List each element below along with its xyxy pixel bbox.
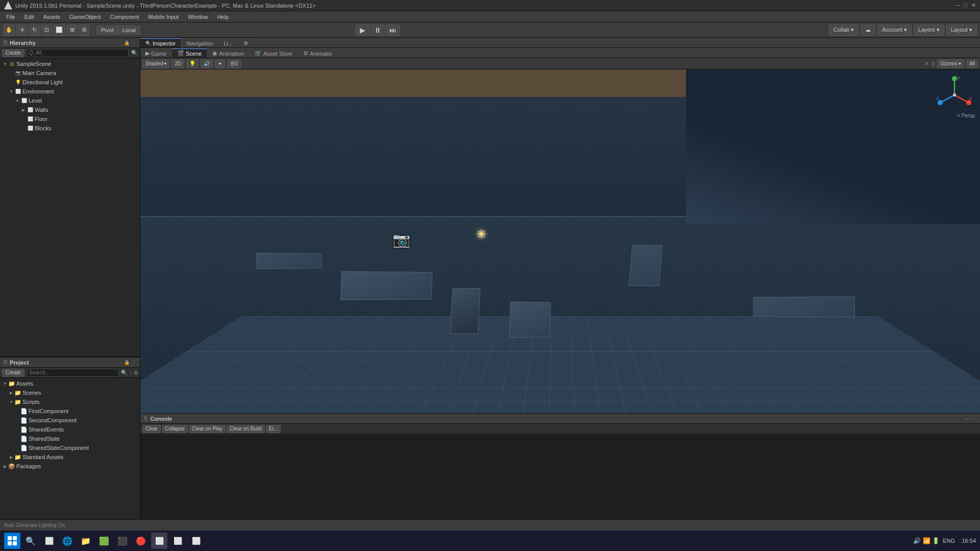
transform-all-btn[interactable]: ⊞ xyxy=(66,25,78,36)
start-btn[interactable] xyxy=(4,533,20,549)
hierarchy-content: ▼ ⊙ SampleScene ⋮ ▶ 📷 Main Camera ▶ 💡 Di… xyxy=(0,58,140,356)
collab-btn[interactable]: Collab ▾ xyxy=(829,25,859,36)
pause-btn[interactable]: ⏸ xyxy=(371,25,385,36)
taskbar-vs-btn[interactable]: ⬜ xyxy=(169,533,186,549)
menu-gameobject[interactable]: GameObject xyxy=(65,13,105,21)
project-layout-icon[interactable]: ⊞ xyxy=(134,370,138,375)
account-btn[interactable]: Account ▾ xyxy=(877,25,912,36)
project-create-btn[interactable]: Create xyxy=(2,369,24,377)
scene-toolbar-right: ✕ ⊡ Gizmos ▾ All xyxy=(925,59,978,68)
scene-view[interactable]: 📷 ✳ Y X xyxy=(140,69,980,413)
hierarchy-item-floor[interactable]: ▶ ⬜ Floor xyxy=(0,114,140,124)
rotate-tool-btn[interactable]: ↻ xyxy=(29,25,40,36)
menu-mobileinput[interactable]: Mobile Input xyxy=(144,13,183,21)
hierarchy-item-directionallight[interactable]: ▶ 💡 Directional Light xyxy=(0,78,140,87)
hierarchy-create-btn[interactable]: Create xyxy=(2,49,24,57)
layout-btn[interactable]: Layout ▾ xyxy=(946,25,977,36)
taskbar-unity-btn[interactable]: ⬜ xyxy=(151,533,167,549)
project-item-assets[interactable]: ▼ 📁 Assets xyxy=(0,379,140,388)
taskbar-app2-btn[interactable]: ⬛ xyxy=(114,533,131,549)
menu-component[interactable]: Component xyxy=(106,13,143,21)
taskbar-app3-btn[interactable]: 🔴 xyxy=(133,533,149,549)
project-lock-icon[interactable]: 🔒 xyxy=(124,360,130,366)
console-clear-btn[interactable]: Clear xyxy=(142,425,161,433)
search-all-btn[interactable]: All xyxy=(966,59,978,68)
menu-window[interactable]: Window xyxy=(184,13,212,21)
hierarchy-item-blocks[interactable]: ▶ ⬜ Blocks xyxy=(0,124,140,133)
hierarchy-item-environment[interactable]: ▼ ⬜ Environment xyxy=(0,87,140,96)
taskbar-app1-btn[interactable]: 🟩 xyxy=(96,533,112,549)
tab-inspector[interactable]: 🔍 Inspector xyxy=(140,38,181,47)
cloud-btn[interactable]: ☁ xyxy=(861,25,875,36)
minimize-window-btn[interactable]: ─ xyxy=(956,2,960,9)
hierarchy-item-maincamera[interactable]: ▶ 📷 Main Camera xyxy=(0,68,140,78)
tab-assetstore[interactable]: 🛒 Asset Store xyxy=(250,49,298,58)
project-sort-icon[interactable]: ↕ xyxy=(129,370,132,375)
tab-game[interactable]: ▶ Game xyxy=(140,49,172,58)
tab-extra[interactable]: ⊕ xyxy=(238,38,254,47)
console-clearonplay-btn[interactable]: Clear on Play xyxy=(189,425,226,433)
project-item-sharedevents[interactable]: ▶ 📄 SharedEvents xyxy=(0,425,140,434)
console-collapse-btn[interactable]: Collapse xyxy=(162,425,188,433)
custom-editor-btn[interactable]: ⚙ xyxy=(79,25,90,36)
menu-help[interactable]: Help xyxy=(213,13,233,21)
menu-assets[interactable]: Assets xyxy=(39,13,64,21)
taskbar-vscode-btn[interactable]: ⬜ xyxy=(188,533,204,549)
gizmos-btn[interactable]: Gizmos ▾ xyxy=(937,59,964,68)
2d-toggle-btn[interactable]: 2D xyxy=(172,59,184,68)
scene-audio-btn[interactable]: 🔊 xyxy=(201,59,213,68)
step-btn[interactable]: ⏭ xyxy=(386,25,400,36)
project-item-packages[interactable]: ▶ 📦 Packages xyxy=(0,462,140,471)
taskbar-browser-btn[interactable]: 🌐 xyxy=(59,533,76,549)
console-errorpause-btn[interactable]: Er... xyxy=(266,425,281,433)
scale-tool-btn[interactable]: ⊡ xyxy=(41,25,52,36)
scene-lighting-btn[interactable]: 💡 xyxy=(186,59,199,68)
project-item-firstcomponent[interactable]: ▶ 📄 FirstComponent xyxy=(0,406,140,416)
scene-layer-btn[interactable]: ☰ 0 xyxy=(227,59,241,68)
project-item-sharedstate[interactable]: ▶ 📄 SharedState xyxy=(0,434,140,443)
hierarchy-item-walls[interactable]: ▶ ⬜ Walls xyxy=(0,105,140,114)
layers-btn[interactable]: Layers ▾ xyxy=(914,25,944,36)
close-window-btn[interactable]: ✕ xyxy=(971,2,976,9)
project-menu-icon[interactable]: ⋮ xyxy=(131,360,137,366)
project-item-scripts[interactable]: ▼ 📁 Scripts xyxy=(0,397,140,406)
maximize-window-btn[interactable]: □ xyxy=(964,2,967,9)
tab-animation[interactable]: ◉ Animation xyxy=(207,49,250,58)
project-item-secondcomponent[interactable]: ▶ 📄 SecondComponent xyxy=(0,416,140,425)
tab-animator[interactable]: ⚙ Animator xyxy=(298,49,338,58)
walls-label: Walls xyxy=(35,107,48,113)
console-minimize-icon[interactable]: ─ xyxy=(964,416,970,422)
hierarchy-item-samplescene[interactable]: ▼ ⊙ SampleScene ⋮ xyxy=(0,59,140,68)
play-btn[interactable]: ▶ xyxy=(355,25,370,36)
console-menu-icon[interactable]: ⋮ xyxy=(971,416,977,422)
hand-tool-btn[interactable]: ✋ xyxy=(3,25,15,36)
hierarchy-search-input[interactable] xyxy=(27,49,129,57)
svg-rect-12 xyxy=(8,541,12,545)
hierarchy-lock-icon[interactable]: 🔒 xyxy=(124,40,130,46)
project-item-sharedstatecomponent[interactable]: ▶ 📄 SharedStateComponent xyxy=(0,443,140,452)
project-item-standardassets[interactable]: ▶ 📁 Standard Assets xyxy=(0,452,140,462)
move-tool-btn[interactable]: ✛ xyxy=(16,25,28,36)
console-clearonbuild-btn[interactable]: Clear on Build xyxy=(227,425,265,433)
light-icon: 💡 xyxy=(14,79,21,86)
pivot-btn[interactable]: Pivot xyxy=(97,26,118,34)
menu-edit[interactable]: Edit xyxy=(20,13,38,21)
shading-dropdown[interactable]: Shaded ▾ xyxy=(142,59,169,68)
scene-gizmo-widget[interactable]: Y X Z xyxy=(934,75,975,115)
tab-lighting[interactable]: Li... xyxy=(218,38,238,47)
taskbar-taskview-btn[interactable]: ⬜ xyxy=(41,533,57,549)
hierarchy-item-level[interactable]: ▼ ⬜ Level xyxy=(0,96,140,105)
menu-file[interactable]: File xyxy=(2,13,19,21)
taskbar-explorer-btn[interactable]: 📁 xyxy=(78,533,94,549)
scene-camera-object[interactable]: 📷 xyxy=(393,231,410,248)
scene-fx-btn[interactable]: ✦ xyxy=(215,59,225,68)
taskbar-search-btn[interactable]: 🔍 xyxy=(22,533,39,549)
local-btn[interactable]: Local xyxy=(118,26,139,34)
project-search-input[interactable] xyxy=(27,369,119,377)
rect-tool-btn[interactable]: ⬜ xyxy=(53,25,65,36)
tab-scene[interactable]: 🎬 Scene xyxy=(172,49,207,58)
hierarchy-menu-icon[interactable]: ⋮ xyxy=(131,40,137,46)
scene-light-object[interactable]: ✳ xyxy=(476,227,486,242)
project-item-scenes[interactable]: ▶ 📁 Scenes xyxy=(0,388,140,397)
tab-navigation[interactable]: Navigation xyxy=(181,38,218,47)
